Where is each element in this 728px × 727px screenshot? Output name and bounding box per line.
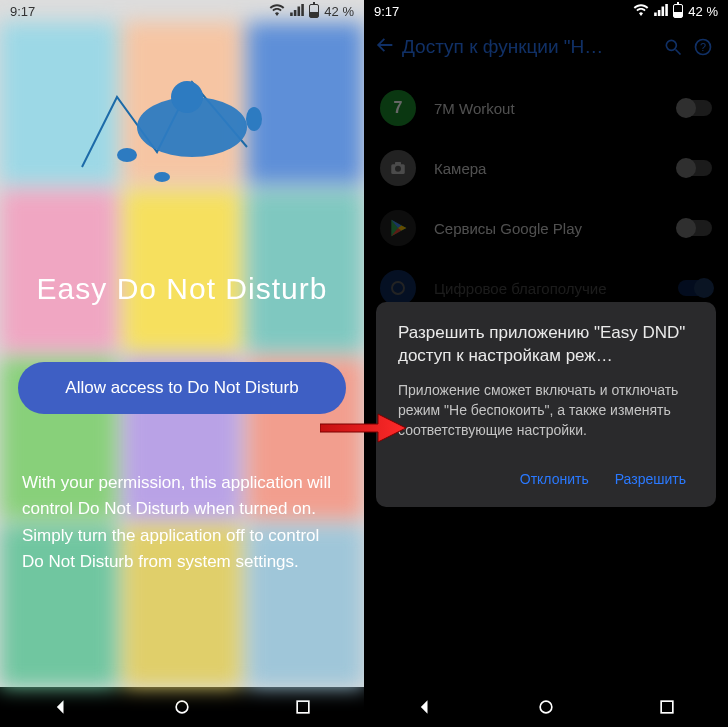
svg-marker-22 xyxy=(320,414,406,442)
right-content: Доступ к функции "Н… ? 77M WorkoutКамера… xyxy=(364,22,728,687)
battery-icon xyxy=(309,4,319,18)
nav-home-icon[interactable] xyxy=(171,696,193,718)
wifi-icon xyxy=(633,4,649,19)
illustration xyxy=(0,22,364,232)
nav-recents-icon[interactable] xyxy=(292,696,314,718)
battery-pct: 42 % xyxy=(688,4,718,19)
svg-point-2 xyxy=(117,148,137,162)
status-time: 9:17 xyxy=(374,4,399,19)
dialog-title: Разрешить приложению "Easy DND" доступ к… xyxy=(398,322,694,368)
title-area: Easy Do Not Disturb xyxy=(0,272,364,306)
nav-recents-icon[interactable] xyxy=(656,696,678,718)
screenshot-right: 9:17 42 % Доступ к функции "Н… xyxy=(364,0,728,727)
nav-bar xyxy=(0,687,364,727)
battery-icon xyxy=(673,4,683,18)
permission-dialog: Разрешить приложению "Easy DND" доступ к… xyxy=(376,302,716,507)
status-bar: 9:17 42 % xyxy=(364,0,728,22)
svg-point-1 xyxy=(171,81,203,113)
dialog-buttons: Отклонить Разрешить xyxy=(398,461,694,497)
signal-icon xyxy=(290,4,304,19)
deny-button[interactable]: Отклонить xyxy=(512,461,597,497)
screenshot-left: 9:17 42 % xyxy=(0,0,364,727)
wifi-icon xyxy=(269,4,285,19)
status-right: 42 % xyxy=(269,4,354,19)
signal-icon xyxy=(654,4,668,19)
svg-point-4 xyxy=(246,107,262,131)
nav-bar xyxy=(364,687,728,727)
dialog-body: Приложение сможет включать и отключать р… xyxy=(398,380,694,441)
svg-point-20 xyxy=(540,701,552,713)
status-bar: 9:17 42 % xyxy=(0,0,364,22)
svg-point-3 xyxy=(154,172,170,182)
svg-rect-21 xyxy=(661,701,673,713)
nav-back-icon[interactable] xyxy=(50,696,72,718)
status-time: 9:17 xyxy=(10,4,35,19)
allow-access-button[interactable]: Allow access to Do Not Disturb xyxy=(18,362,346,414)
allow-button[interactable]: Разрешить xyxy=(607,461,694,497)
nav-back-icon[interactable] xyxy=(414,696,436,718)
permission-description: With your permission, this application w… xyxy=(0,470,364,575)
nav-home-icon[interactable] xyxy=(535,696,557,718)
app-title: Easy Do Not Disturb xyxy=(0,272,364,306)
annotation-arrow-icon xyxy=(320,412,406,448)
primary-button-wrap: Allow access to Do Not Disturb xyxy=(0,362,364,414)
svg-point-5 xyxy=(176,701,188,713)
svg-rect-6 xyxy=(297,701,309,713)
battery-pct: 42 % xyxy=(324,4,354,19)
left-content: Easy Do Not Disturb Allow access to Do N… xyxy=(0,22,364,687)
status-right: 42 % xyxy=(633,4,718,19)
